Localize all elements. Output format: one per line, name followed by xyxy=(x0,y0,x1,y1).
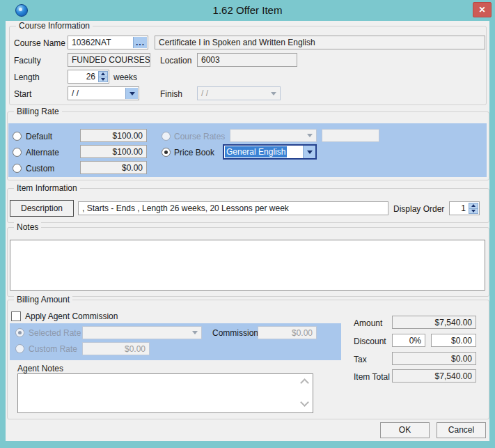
custom-rate-radio[interactable] xyxy=(13,164,22,173)
chevron-down-icon xyxy=(471,210,476,213)
selected-rate-dropdown-button xyxy=(189,327,201,338)
price-book-combo[interactable]: General English xyxy=(223,144,317,160)
item-total-label: Item Total xyxy=(354,371,390,383)
chevron-down-icon xyxy=(307,150,313,154)
length-spinner[interactable]: 26 xyxy=(68,70,109,84)
custom-rate-label[interactable]: Custom xyxy=(26,163,54,174)
location-label: Location xyxy=(160,55,191,66)
price-book-label[interactable]: Price Book xyxy=(174,147,214,158)
billing-amount-title: Billing Amount xyxy=(14,295,72,304)
length-label: Length xyxy=(14,72,40,83)
notes-textarea[interactable] xyxy=(10,240,485,291)
discount-percent-input[interactable]: 0% xyxy=(392,334,425,347)
billing-rate-title: Billing Rate xyxy=(14,107,62,116)
display-order-label: Display Order xyxy=(393,203,444,215)
ok-button[interactable]: OK xyxy=(380,422,430,438)
ellipsis-icon: ... xyxy=(136,38,145,47)
length-spin-buttons xyxy=(98,71,108,82)
offer-item-dialog: 1.62 Offer Item ✕ Course Information Cou… xyxy=(0,0,495,448)
cancel-button[interactable]: Cancel xyxy=(437,422,486,438)
price-book-selected-text: General English xyxy=(225,146,287,157)
selected-rate-radio xyxy=(15,328,24,337)
course-information-title: Course Information xyxy=(16,21,93,31)
custom-rate-field: $0.00 xyxy=(80,161,147,174)
location-field: 6003 xyxy=(197,53,297,67)
display-order-spinner[interactable]: 1 xyxy=(449,201,480,215)
faculty-label: Faculty xyxy=(14,55,41,66)
item-total-field: $7,540.00 xyxy=(392,369,476,383)
agent-notes-label: Agent Notes xyxy=(17,363,63,374)
window-title: 1.62 Offer Item xyxy=(0,4,495,16)
titlebar: 1.62 Offer Item ✕ xyxy=(0,0,495,21)
alternate-rate-label[interactable]: Alternate xyxy=(26,147,59,158)
selected-rate-combo xyxy=(82,326,202,339)
custom-agent-rate-field: $0.00 xyxy=(82,342,150,355)
start-dropdown-button[interactable] xyxy=(125,88,138,99)
spin-up-button[interactable] xyxy=(98,71,108,77)
course-rates-combo xyxy=(230,129,317,142)
default-rate-label[interactable]: Default xyxy=(26,131,52,142)
course-rates-label: Course Rates xyxy=(174,131,225,142)
chevron-up-icon xyxy=(471,204,476,207)
commission-field: $0.00 xyxy=(258,326,317,339)
default-rate-radio[interactable] xyxy=(13,132,22,141)
chevron-down-icon xyxy=(307,134,313,137)
close-icon: ✕ xyxy=(478,5,485,15)
commission-label: Commission xyxy=(212,327,258,339)
tax-field: $0.00 xyxy=(392,352,476,365)
alternate-rate-field: $100.00 xyxy=(80,145,147,158)
chevron-down-icon xyxy=(101,78,105,81)
amount-field: $7,540.00 xyxy=(392,316,476,329)
chevron-down-icon xyxy=(192,331,198,334)
display-order-spin-buttons xyxy=(469,203,478,214)
chevron-up-icon xyxy=(101,72,105,75)
custom-agent-rate-label: Custom Rate xyxy=(29,343,77,355)
chevron-down-icon xyxy=(129,92,135,95)
discount-amount-input[interactable]: $0.00 xyxy=(431,334,476,347)
course-name-label: Course Name xyxy=(14,38,65,49)
spin-down-button[interactable] xyxy=(98,77,108,83)
apply-agent-commission-checkbox[interactable] xyxy=(11,311,21,321)
custom-agent-rate-radio xyxy=(15,344,24,353)
course-rates-dropdown-button xyxy=(304,130,315,141)
amount-label: Amount xyxy=(354,318,382,329)
finish-dropdown-button xyxy=(267,88,279,99)
course-title-field: Certificate I in Spoken and Written Engl… xyxy=(155,36,485,49)
alternate-rate-radio[interactable] xyxy=(13,148,22,157)
tax-label: Tax xyxy=(354,354,367,365)
description-input[interactable]: , Starts - Ends , Length 26 weeks, 20 Le… xyxy=(78,201,388,215)
start-label: Start xyxy=(14,88,31,100)
agent-notes-textarea[interactable] xyxy=(17,373,313,413)
course-rates-extra-field xyxy=(322,129,379,142)
default-rate-field: $100.00 xyxy=(80,129,147,142)
chevron-down-icon xyxy=(271,92,276,95)
finish-date-combo: / / xyxy=(197,86,281,100)
scroll-down-icon[interactable] xyxy=(300,398,309,407)
spin-up-button[interactable] xyxy=(469,203,478,209)
apply-agent-commission-label[interactable]: Apply Agent Commission xyxy=(25,311,118,322)
spin-down-button[interactable] xyxy=(469,209,478,215)
course-rates-radio xyxy=(162,132,171,141)
course-browse-button[interactable]: ... xyxy=(133,37,147,48)
price-book-dropdown-button[interactable] xyxy=(303,146,315,158)
course-code-input[interactable]: 10362NAT ... xyxy=(68,36,148,49)
finish-label: Finish xyxy=(160,88,182,100)
price-book-radio[interactable] xyxy=(162,148,171,157)
description-button[interactable]: Description xyxy=(10,200,74,217)
selected-rate-label: Selected Rate xyxy=(29,327,81,339)
scroll-up-icon[interactable] xyxy=(300,378,309,387)
item-information-title: Item Information xyxy=(14,183,80,193)
close-button[interactable]: ✕ xyxy=(473,2,492,17)
start-date-combo[interactable]: / / xyxy=(68,86,139,100)
notes-title: Notes xyxy=(14,222,41,232)
length-unit-label: weeks xyxy=(113,72,137,83)
discount-label: Discount xyxy=(354,336,386,347)
faculty-field: FUNDED COURSES xyxy=(68,53,150,67)
